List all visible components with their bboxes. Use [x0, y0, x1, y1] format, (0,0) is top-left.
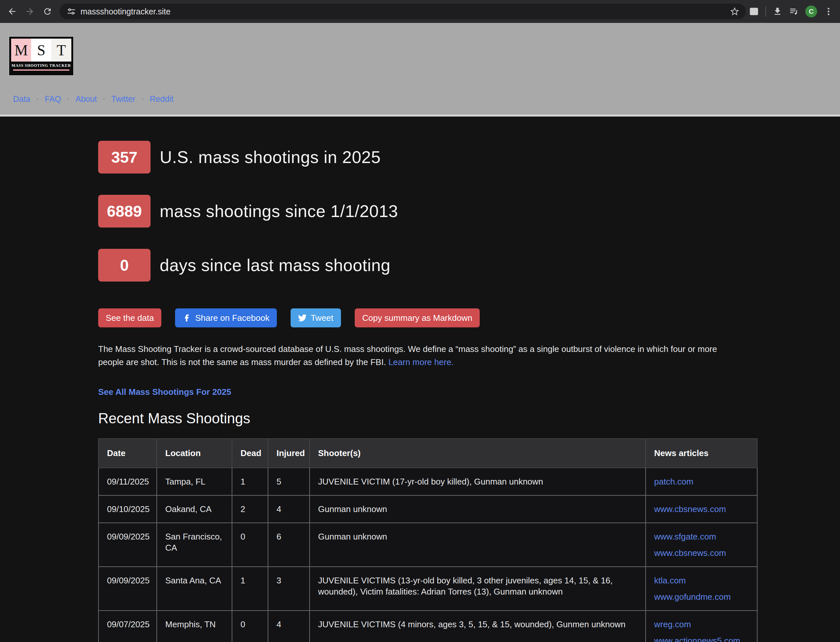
stat-value-badge: 0 [98, 249, 151, 282]
address-bar[interactable]: massshootingtracker.site [60, 3, 746, 19]
date-cell: 09/09/2025 [99, 567, 157, 611]
stat-value-badge: 357 [98, 141, 151, 173]
injured-cell: 6 [268, 523, 309, 567]
mst-logo[interactable]: M S T MASS SHOOTING TRACKER [9, 37, 73, 75]
stats-list: 357U.S. mass shootings in 20256889mass s… [98, 141, 757, 282]
logo-letter-t: T [51, 39, 71, 62]
news-articles-cell: www.cbsnews.com [646, 495, 757, 523]
location-cell: Memphis, TN [157, 611, 232, 642]
nav-separator: • [103, 96, 105, 102]
stat-label: U.S. mass shootings in 2025 [160, 148, 380, 167]
action-buttons: See the data Share on Facebook Tweet Cop… [98, 308, 757, 327]
main-nav: Data•FAQ•About•Twitter•Reddit [13, 94, 173, 104]
back-button[interactable] [5, 4, 19, 19]
site-header: M S T MASS SHOOTING TRACKER Data•FAQ•Abo… [0, 23, 840, 115]
column-header-news-articles: News articles [646, 439, 757, 468]
logo-subtitle: MASS SHOOTING TRACKER [11, 63, 71, 68]
injured-cell: 5 [268, 468, 309, 495]
bookmark-star-icon[interactable] [729, 6, 740, 17]
tweet-label: Tweet [311, 313, 333, 323]
table-row: 09/09/2025Santa Ana, CA13JUVENILE VICTIM… [99, 567, 757, 611]
location-cell: Tampa, FL [157, 468, 232, 495]
shooters-cell: Gunman unknown [309, 495, 646, 523]
stat-row: 0days since last mass shooting [98, 249, 757, 282]
share-facebook-button[interactable]: Share on Facebook [175, 308, 277, 327]
location-cell: San Francisco, CA [157, 523, 232, 567]
shooters-cell: JUVENILE VICTIM (17-yr-old boy killed), … [309, 468, 646, 495]
column-header-shooter-s-: Shooter(s) [309, 439, 646, 468]
table-row: 09/10/2025Oakand, CA24Gunman unknownwww.… [99, 495, 757, 523]
date-cell: 09/07/2025 [99, 611, 157, 642]
logo-underline [13, 70, 70, 71]
news-article-link[interactable]: www.cbsnews.com [654, 547, 749, 559]
news-article-link[interactable]: www.actionnews5.com [654, 635, 749, 642]
location-cell: Santa Ana, CA [157, 567, 232, 611]
back-icon [7, 6, 17, 16]
injured-cell: 4 [268, 611, 309, 642]
column-header-location: Location [157, 439, 232, 468]
shooters-cell: Gunman unknown [309, 523, 646, 567]
reload-icon [42, 6, 52, 16]
see-the-data-button[interactable]: See the data [98, 308, 161, 327]
date-cell: 09/11/2025 [99, 468, 157, 495]
date-cell: 09/09/2025 [99, 523, 157, 567]
shooters-cell: JUVENILE VICTIMS (13-yr-old boy killed, … [309, 567, 646, 611]
nav-link-faq[interactable]: FAQ [45, 94, 61, 104]
reload-button[interactable] [40, 4, 55, 19]
table-row: 09/07/2025Memphis, TN04JUVENILE VICTIMS … [99, 611, 757, 642]
side-panel-search-icon[interactable] [749, 6, 759, 16]
news-articles-cell: patch.com [646, 468, 757, 495]
news-article-link[interactable]: www.gofundme.com [654, 591, 749, 602]
tweet-button[interactable]: Tweet [291, 308, 341, 327]
nav-link-reddit[interactable]: Reddit [150, 94, 173, 104]
profile-avatar[interactable]: C [805, 6, 817, 17]
dead-cell: 1 [232, 567, 268, 611]
browser-toolbar: massshootingtracker.site C [0, 0, 840, 23]
stat-label: mass shootings since 1/1/2013 [160, 201, 398, 221]
news-articles-cell: www.sfgate.comwww.cbsnews.com [646, 523, 757, 567]
stat-value-badge: 6889 [98, 195, 151, 227]
dead-cell: 0 [232, 523, 268, 567]
dead-cell: 0 [232, 611, 268, 642]
news-articles-cell: ktla.comwww.gofundme.com [646, 567, 757, 611]
downloads-icon[interactable] [773, 6, 782, 16]
recent-shootings-title: Recent Mass Shootings [98, 410, 757, 426]
table-header-row: DateLocationDeadInjuredShooter(s)News ar… [99, 439, 757, 468]
twitter-icon [298, 314, 307, 322]
location-cell: Oakand, CA [157, 495, 232, 523]
learn-more-link[interactable]: Learn more here. [388, 357, 453, 367]
news-article-link[interactable]: ktla.com [654, 575, 749, 586]
stat-label: days since last mass shooting [160, 255, 390, 275]
nav-link-twitter[interactable]: Twitter [111, 94, 136, 104]
column-header-dead: Dead [232, 439, 268, 468]
recent-shootings-table: DateLocationDeadInjuredShooter(s)News ar… [98, 438, 757, 642]
logo-letter-s: S [31, 39, 51, 62]
nav-separator: • [67, 96, 70, 102]
news-articles-cell: wreg.comwww.actionnews5.com [646, 611, 757, 642]
news-article-link[interactable]: www.sfgate.com [654, 531, 749, 542]
copy-markdown-button[interactable]: Copy summary as Markdown [355, 308, 480, 327]
column-header-date: Date [99, 439, 157, 468]
news-article-link[interactable]: wreg.com [654, 619, 749, 630]
nav-link-data[interactable]: Data [13, 94, 31, 104]
news-article-link[interactable]: www.cbsnews.com [654, 504, 749, 515]
about-paragraph: The Mass Shooting Tracker is a crowd-sou… [98, 342, 730, 369]
url-text[interactable]: massshootingtracker.site [81, 7, 729, 16]
nav-link-about[interactable]: About [76, 94, 97, 104]
main-content: 357U.S. mass shootings in 20256889mass s… [0, 117, 840, 642]
table-row: 09/11/2025Tampa, FL15JUVENILE VICTIM (17… [99, 468, 757, 495]
see-all-shootings-link[interactable]: See All Mass Shootings For 2025 [98, 387, 231, 397]
stat-row: 6889mass shootings since 1/1/2013 [98, 195, 757, 227]
forward-button[interactable] [22, 4, 37, 19]
column-header-injured: Injured [268, 439, 309, 468]
shooters-cell: JUVENILE VICTIMS (4 minors, ages 3, 5, 1… [309, 611, 646, 642]
news-article-link[interactable]: patch.com [654, 476, 749, 487]
injured-cell: 3 [268, 567, 309, 611]
browser-menu-icon[interactable] [824, 6, 834, 16]
site-settings-icon[interactable] [67, 7, 76, 16]
media-controls-icon[interactable] [789, 6, 799, 16]
nav-separator: • [142, 96, 144, 102]
logo-letter-m: M [11, 39, 31, 62]
nav-separator: • [37, 96, 39, 102]
dead-cell: 1 [232, 468, 268, 495]
